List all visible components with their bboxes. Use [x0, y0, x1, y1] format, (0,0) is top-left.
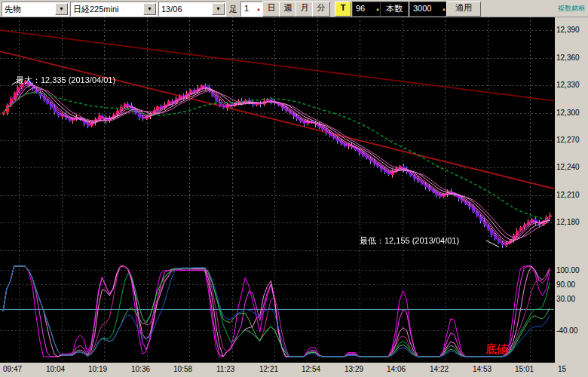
timeframe-week-button[interactable]: 週 [279, 2, 297, 17]
time-axis-label: 15 [558, 365, 566, 373]
instrument-value: 日経225mini [71, 4, 142, 15]
right-axis-strip: 12,39012,36012,33012,30012,27012,24012,2… [555, 17, 588, 363]
contract-month-select[interactable]: 13/06 ▼ [158, 2, 226, 17]
time-axis-label: 09:47 [3, 365, 22, 373]
bar-type-label: 足 [229, 4, 237, 15]
time-axis-label: 14:06 [387, 365, 406, 373]
chevron-down-icon[interactable]: ▼ [143, 3, 156, 15]
bottom-price-label: 底値 [485, 342, 508, 357]
time-axis-label: 12:54 [302, 365, 320, 373]
bar-count-field[interactable]: 3000 ▲ [409, 2, 449, 17]
period-value: 1 [244, 4, 249, 13]
chevron-down-icon[interactable]: ▼ [212, 3, 225, 15]
instrument-type-value: 先物 [2, 4, 54, 15]
tick-count-field[interactable]: 96 ▲ [352, 2, 382, 17]
price-axis-label: 12,240 [556, 163, 580, 171]
bar-count-value: 3000 [413, 4, 431, 13]
tick-mode-button[interactable]: T [335, 2, 351, 17]
oscillator-axis-label: -40.00 [556, 326, 577, 335]
apply-button[interactable]: 適用 [446, 2, 481, 17]
spinner-up-icon[interactable]: ▲ [256, 7, 261, 11]
chevron-down-icon[interactable]: ▼ [55, 3, 68, 15]
oscillator-axis-label: 100.00 [556, 266, 580, 274]
price-axis-label: 12,360 [556, 54, 580, 62]
time-axis-label: 15:01 [515, 365, 534, 373]
candlestick-chart[interactable] [0, 17, 554, 260]
chart-application: 先物 ▼ 日経225mini ▼ 13/06 ▼ 足 1 ▲ 日 週 月 分 T… [0, 0, 588, 377]
time-axis-label: 12:21 [259, 365, 278, 373]
time-axis: 09:4710:0410:1910:3610:5811:2312:2112:54… [0, 363, 588, 377]
tick-count-value: 96 [356, 4, 365, 13]
oscillator-axis-label: 30.00 [556, 295, 575, 303]
timeframe-minute-button[interactable]: 分 [312, 2, 330, 17]
time-axis-label: 13:29 [345, 365, 363, 373]
price-axis-label: 12,210 [556, 191, 580, 199]
oscillator-panel: 底値 [0, 261, 556, 363]
oscillator-axis-label: 90.00 [556, 280, 575, 289]
time-axis-label: 10:04 [46, 365, 65, 373]
multi-symbol-link[interactable]: 複数銘柄 [558, 4, 585, 14]
timeframe-month-button[interactable]: 月 [296, 2, 314, 17]
time-axis-label: 10:19 [88, 365, 107, 373]
timeframe-day-button[interactable]: 日 [262, 2, 280, 17]
oscillator-chart[interactable] [0, 261, 554, 362]
time-axis-label: 10:58 [173, 365, 192, 373]
contract-month-value: 13/06 [159, 5, 211, 14]
price-axis-label: 12,270 [556, 136, 580, 144]
price-axis-label: 12,390 [556, 26, 580, 34]
period-field[interactable]: 1 ▲ [240, 2, 263, 17]
price-axis-label: 12,330 [556, 81, 580, 89]
main-chart-panel [0, 17, 556, 262]
price-axis-label: 12,180 [556, 218, 580, 226]
instrument-type-select[interactable]: 先物 ▼ [2, 2, 69, 17]
time-axis-label: 11:23 [216, 365, 234, 373]
bar-count-label: 本数 [380, 2, 409, 17]
instrument-select[interactable]: 日経225mini ▼ [70, 2, 158, 17]
price-axis-label: 12,300 [556, 109, 580, 117]
toolbar: 先物 ▼ 日経225mini ▼ 13/06 ▼ 足 1 ▲ 日 週 月 分 T… [0, 0, 588, 17]
time-axis-label: 10:36 [131, 365, 150, 373]
time-axis-label: 14:53 [473, 365, 492, 373]
time-axis-label: 14:22 [430, 365, 449, 373]
